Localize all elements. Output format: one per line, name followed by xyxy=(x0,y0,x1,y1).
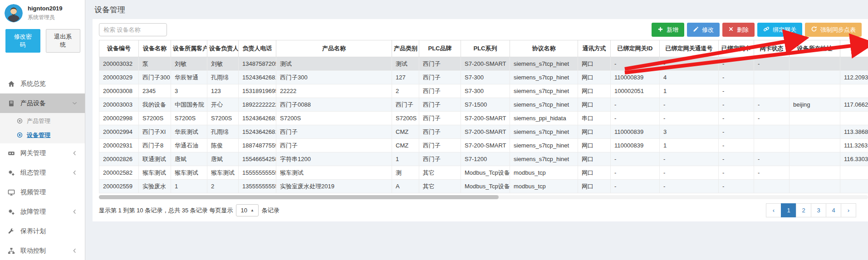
column-header[interactable]: 设备所属客户 xyxy=(171,40,207,57)
table-row[interactable]: 200003003我的设备中国国务院开心18922222222西门子0088西门… xyxy=(99,98,868,112)
sidebar-item[interactable]: 组态管理 xyxy=(0,163,85,182)
table-header-row: 设备编号设备名称设备所属客户设备负责人负责人电话产品名称产品类别PLC品牌PLC… xyxy=(99,40,868,57)
column-header[interactable]: 负责人电话 xyxy=(239,40,276,57)
record-summary: 显示第 1 到第 10 条记录，总共 35 条记录 每页显示 xyxy=(99,206,233,215)
sitemap-icon xyxy=(8,247,16,255)
table-row[interactable]: 200002582猴车测试猴车测试猴车测试15555555555猴车测试测其它M… xyxy=(99,166,868,180)
horizontal-scrollbar xyxy=(99,195,868,199)
page-size-dropdown[interactable]: 10 ▲ xyxy=(236,204,258,216)
delete-button[interactable]: 删除 xyxy=(722,23,755,37)
caret-up-icon: ▲ xyxy=(250,208,254,212)
table-cell: 网口 xyxy=(578,180,611,193)
table-cell: 22222 xyxy=(276,84,392,98)
pagination: ‹1234› xyxy=(766,203,856,217)
column-header[interactable]: 设备所在地址 xyxy=(790,40,840,57)
page-title: 设备管理 xyxy=(94,5,125,15)
column-header[interactable]: PLC系列 xyxy=(461,40,510,57)
table-cell: 网口 xyxy=(578,152,611,166)
x-icon xyxy=(728,26,734,33)
sidebar-item[interactable]: 网关管理 xyxy=(0,143,85,163)
sidebar-item[interactable]: 联动控制 xyxy=(0,241,85,260)
table-cell: 200002582 xyxy=(99,166,139,180)
table-cell: modbus_tcp xyxy=(510,180,578,193)
column-header[interactable]: 通讯方式 xyxy=(578,40,611,57)
column-header[interactable]: 经度 xyxy=(840,40,868,57)
column-header[interactable]: 产品类别 xyxy=(392,40,419,57)
table-cell: CMZ xyxy=(392,125,419,139)
table-cell: 112.2093 xyxy=(840,71,868,84)
edit-button[interactable]: 修改 xyxy=(687,23,720,37)
table-cell: - xyxy=(611,152,660,166)
page-next-button[interactable]: › xyxy=(841,203,856,217)
table-cell: 串口 xyxy=(578,112,611,125)
table-footer: 显示第 1 到第 10 条记录，总共 35 条记录 每页显示 10 ▲ 条记录 … xyxy=(93,199,868,217)
table-cell: - xyxy=(660,180,719,193)
table-row[interactable]: 200003029西门子300华辰智通孔雨绵15243642681西门子3001… xyxy=(99,71,868,84)
page-number-button[interactable]: 2 xyxy=(796,203,811,217)
table-cell: S7-1200 xyxy=(461,152,510,166)
device-table: 设备编号设备名称设备所属客户设备负责人负责人电话产品名称产品类别PLC品牌PLC… xyxy=(99,40,868,193)
column-header[interactable]: 网卡状态 xyxy=(754,40,790,57)
bind-gateway-button[interactable]: 绑定网关 xyxy=(757,23,802,37)
page-number-button[interactable]: 3 xyxy=(811,203,826,217)
pencil-icon xyxy=(693,26,699,34)
table-cell: S7200S xyxy=(207,112,239,125)
horizontal-scrollbar-thumb[interactable] xyxy=(99,195,499,199)
column-header[interactable]: PLC品牌 xyxy=(419,40,461,57)
table-cell: 200003003 xyxy=(99,98,139,112)
column-header[interactable]: 已绑定网关ID xyxy=(611,40,660,57)
table-cell: 唐斌 xyxy=(207,152,239,166)
sidebar-subitem[interactable]: 设备管理 xyxy=(0,128,85,142)
sidebar-item-label: 保养计划 xyxy=(20,227,78,235)
home-icon xyxy=(8,80,16,88)
sidebar-item[interactable]: 故障管理 xyxy=(0,202,85,221)
column-header[interactable]: 已绑定网卡 xyxy=(719,40,754,57)
column-header[interactable]: 产品名称 xyxy=(276,40,392,57)
table-row[interactable]: 200003032泵刘敏刘敏13487587205测试测试西门子S7-200-S… xyxy=(99,57,868,71)
table-row[interactable]: 2000030082345312315318919695222222西门子S7-… xyxy=(99,84,868,98)
table-row[interactable]: 200002994西门子XI华辰测试孔雨绵15243642681西门子CMZ西门… xyxy=(99,125,868,139)
chevron-left-icon xyxy=(72,248,78,254)
page-prev-button[interactable]: ‹ xyxy=(766,203,781,217)
column-header[interactable]: 设备负责人 xyxy=(207,40,239,57)
table-cell: - xyxy=(660,166,719,180)
sidebar-subitem[interactable]: 产品管理 xyxy=(0,114,85,128)
table-cell xyxy=(754,125,790,139)
table-row[interactable]: 200002998S7200SS7200SS7200S15243642681S7… xyxy=(99,112,868,125)
table-row[interactable]: 200002826联通测试唐斌唐斌15546654258字符串12001西门子S… xyxy=(99,152,868,166)
sidebar-item[interactable]: 视频管理 xyxy=(0,182,85,202)
column-header[interactable]: 已绑定网关通道号 xyxy=(660,40,719,57)
record-summary-suffix: 条记录 xyxy=(262,206,280,215)
table-cell: 200002559 xyxy=(99,180,139,193)
force-sync-button[interactable]: 强制同步点表 xyxy=(805,23,862,37)
logout-button[interactable]: 退出系统 xyxy=(46,29,81,53)
button-label: 新增 xyxy=(667,26,678,34)
table-cell: 200002826 xyxy=(99,152,139,166)
search-input[interactable] xyxy=(99,23,167,36)
sidebar-item[interactable]: 产品设备 xyxy=(0,93,85,113)
table-cell: 华通石油 xyxy=(171,139,207,152)
button-label: 删除 xyxy=(737,26,749,34)
table-cell: 联通测试 xyxy=(139,152,171,166)
table-cell: 孔雨绵 xyxy=(207,71,239,84)
page-number-button[interactable]: 1 xyxy=(781,203,796,217)
table-cell: 200003032 xyxy=(99,57,139,71)
column-header[interactable]: 设备名称 xyxy=(139,40,171,57)
add-button[interactable]: 新增 xyxy=(652,23,684,37)
table-row[interactable]: 200002559实验废水1213555555555实验室废水处理2019A其它… xyxy=(99,180,868,193)
table-cell: 15555555555 xyxy=(239,166,276,180)
table-row[interactable]: 200002931西门子8华通石油陈俊18874877559西门子CMZ西门子S… xyxy=(99,139,868,152)
sidebar-item[interactable]: 保养计划 xyxy=(0,221,85,241)
table-cell: S7-200-SMART xyxy=(461,139,510,152)
change-password-button[interactable]: 修改密码 xyxy=(5,29,40,53)
column-header[interactable]: 协议名称 xyxy=(510,40,578,57)
page-number-button[interactable]: 4 xyxy=(826,203,841,217)
table-cell: 西门子 xyxy=(419,98,461,112)
column-header[interactable]: 设备编号 xyxy=(99,40,139,57)
table-cell: - xyxy=(754,152,790,166)
sidebar-item[interactable]: 系统总览 xyxy=(0,74,85,93)
sidebar-item-label: 故障管理 xyxy=(20,208,72,216)
table-cell xyxy=(754,139,790,152)
chevron-left-icon xyxy=(72,209,78,215)
table-cell: 1 xyxy=(392,152,419,166)
